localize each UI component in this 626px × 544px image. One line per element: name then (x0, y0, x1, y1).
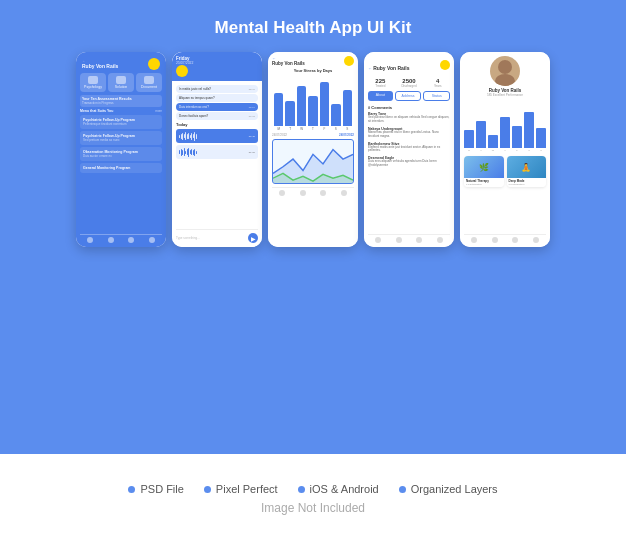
phone-1: ← Ruby Von Rails Psychology Solution (76, 52, 166, 247)
phone-5: Ruby Von Rails 585 Excellent Performance (460, 52, 550, 247)
features-row: PSD File Pixel Perfect iOS & Android Org… (128, 483, 497, 495)
p3-nav-4[interactable] (341, 190, 347, 196)
feature-ios: iOS & Android (298, 483, 379, 495)
p3-nav-3[interactable] (320, 190, 326, 196)
p4-nav-3[interactable] (416, 237, 422, 243)
p1-menu-item-3[interactable]: Observation Monitoring Program Duis auct… (80, 147, 162, 161)
feature-dot-4 (399, 486, 406, 493)
p1-menu-item-4[interactable]: General Monitoring Program (80, 163, 162, 173)
p2-send-button[interactable]: ▶ (248, 233, 258, 243)
p5-nav-4[interactable] (533, 237, 539, 243)
p3-nav-2[interactable] (300, 190, 306, 196)
p5-nav-3[interactable] (512, 237, 518, 243)
feature-dot-3 (298, 486, 305, 493)
feature-dot-2 (204, 486, 211, 493)
main-container: Mental Health App UI Kit ← Ruby Von Rail… (0, 0, 626, 544)
p5-user-sub: 585 Excellent Performance (487, 93, 523, 97)
p1-psychology-card[interactable]: Psychology (80, 73, 106, 92)
phone-2: Friday 25/07/2022 In mattis justo vel nu… (172, 52, 262, 247)
p1-nav-1[interactable] (87, 237, 93, 243)
phone-4: ← Ruby Von Rails 225 Treated 2500 Discha… (364, 52, 454, 247)
p4-avatar (440, 60, 450, 70)
feature-psd: PSD File (128, 483, 183, 495)
svg-point-0 (498, 60, 512, 74)
p3-bar-chart: M T W T (272, 76, 354, 131)
p3-line-chart (273, 140, 353, 183)
p1-nav-4[interactable] (149, 237, 155, 243)
p1-solution-card[interactable]: Solution (108, 73, 134, 92)
p5-nav-2[interactable] (492, 237, 498, 243)
phone-3: ← Ruby Von Rails Your Stress by Days M (268, 52, 358, 247)
feature-label-4: Organized Layers (411, 483, 498, 495)
phones-row: ← Ruby Von Rails Psychology Solution (76, 52, 550, 247)
feature-dot-1 (128, 486, 135, 493)
top-section: Mental Health App UI Kit ← Ruby Von Rail… (0, 0, 626, 454)
p1-nav-2[interactable] (108, 237, 114, 243)
feature-layers: Organized Layers (399, 483, 498, 495)
bottom-section: PSD File Pixel Perfect iOS & Android Org… (0, 454, 626, 544)
p3-avatar (344, 56, 354, 66)
p1-menu-item-2[interactable]: Psychiatric Follow-Up Program Sed pretiu… (80, 131, 162, 145)
p5-nav-1[interactable] (471, 237, 477, 243)
svg-point-1 (495, 74, 515, 86)
p4-username: Ruby Von Rails (373, 65, 409, 71)
p4-status-btn[interactable]: Status (423, 91, 450, 101)
feature-label-2: Pixel Perfect (216, 483, 278, 495)
p1-username: Ruby Von Rails (82, 63, 118, 69)
p1-nav-3[interactable] (128, 237, 134, 243)
feature-label-1: PSD File (140, 483, 183, 495)
p4-about-btn[interactable]: About (368, 91, 393, 101)
p3-chart-title: Your Stress by Days (272, 68, 354, 73)
p4-nav-1[interactable] (375, 237, 381, 243)
p1-document-card[interactable]: Document (136, 73, 162, 92)
p3-nav-1[interactable] (279, 190, 285, 196)
p1-menu-item-1[interactable]: Psychiatric Follow-Up Program Pellentesq… (80, 115, 162, 129)
p3-username: Ruby Von Rails (272, 61, 305, 66)
p4-nav-4[interactable] (437, 237, 443, 243)
feature-pixel: Pixel Perfect (204, 483, 278, 495)
feature-label-3: iOS & Android (310, 483, 379, 495)
p4-nav-2[interactable] (396, 237, 402, 243)
p5-avatar (490, 56, 520, 86)
p4-address-btn[interactable]: Address (395, 91, 422, 101)
page-title: Mental Health App UI Kit (215, 18, 412, 38)
p1-avatar (148, 58, 160, 70)
not-included-label: Image Not Included (261, 501, 365, 515)
